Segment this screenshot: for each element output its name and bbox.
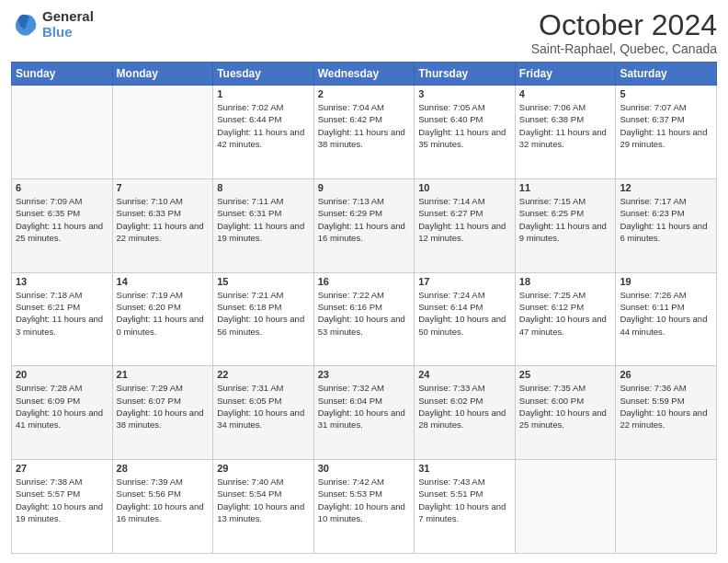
- day-info: Daylight: 10 hours and 44 minutes.: [620, 313, 712, 338]
- day-number: 24: [418, 369, 511, 380]
- day-info: Sunrise: 7:17 AM: [620, 195, 712, 207]
- day-info: Daylight: 11 hours and 16 minutes.: [318, 220, 411, 245]
- day-info: Sunset: 6:07 PM: [117, 395, 210, 407]
- day-info: Sunset: 6:18 PM: [217, 301, 310, 313]
- day-info: Sunrise: 7:43 AM: [418, 476, 511, 488]
- calendar-cell: 29Sunrise: 7:40 AMSunset: 5:54 PMDayligh…: [213, 460, 314, 554]
- day-info: Daylight: 11 hours and 3 minutes.: [16, 313, 108, 338]
- day-info: Sunset: 5:51 PM: [418, 488, 511, 500]
- calendar-cell: 11Sunrise: 7:15 AMSunset: 6:25 PMDayligh…: [515, 178, 616, 272]
- calendar-cell: 10Sunrise: 7:14 AMSunset: 6:27 PMDayligh…: [415, 178, 516, 272]
- day-info: Sunrise: 7:11 AM: [217, 195, 310, 207]
- day-info: Daylight: 10 hours and 34 minutes.: [217, 407, 310, 431]
- day-info: Sunrise: 7:15 AM: [519, 195, 612, 207]
- day-info: Sunrise: 7:02 AM: [217, 101, 310, 113]
- day-info: Daylight: 10 hours and 7 minutes.: [418, 500, 511, 525]
- header: General Blue October 2024 Saint-Raphael,…: [11, 9, 717, 56]
- day-number: 25: [519, 369, 612, 380]
- day-number: 12: [620, 182, 712, 193]
- calendar-cell: 1Sunrise: 7:02 AMSunset: 6:44 PMDaylight…: [213, 86, 314, 179]
- day-info: Daylight: 10 hours and 50 minutes.: [418, 313, 511, 338]
- calendar-cell: 13Sunrise: 7:18 AMSunset: 6:21 PMDayligh…: [12, 272, 113, 366]
- day-info: Sunset: 6:05 PM: [217, 395, 310, 407]
- day-info: Daylight: 10 hours and 47 minutes.: [519, 313, 612, 338]
- day-info: Daylight: 10 hours and 38 minutes.: [117, 407, 210, 431]
- day-info: Daylight: 11 hours and 12 minutes.: [418, 220, 511, 245]
- day-number: 15: [217, 276, 310, 287]
- day-number: 29: [217, 463, 310, 474]
- day-number: 6: [16, 182, 108, 193]
- day-info: Sunrise: 7:14 AM: [418, 195, 511, 207]
- logo: General Blue: [11, 9, 94, 40]
- day-info: Sunrise: 7:24 AM: [418, 289, 511, 301]
- day-info: Sunset: 6:09 PM: [16, 395, 108, 407]
- day-number: 8: [217, 182, 310, 193]
- day-info: Sunrise: 7:19 AM: [117, 289, 210, 301]
- day-info: Sunrise: 7:35 AM: [519, 382, 612, 394]
- day-info: Daylight: 11 hours and 35 minutes.: [418, 126, 511, 151]
- day-info: Daylight: 11 hours and 19 minutes.: [217, 220, 310, 245]
- day-info: Sunset: 6:11 PM: [620, 301, 712, 313]
- calendar-cell: 9Sunrise: 7:13 AMSunset: 6:29 PMDaylight…: [313, 178, 415, 272]
- logo-icon: [11, 11, 39, 39]
- day-info: Daylight: 11 hours and 32 minutes.: [519, 126, 612, 151]
- day-info: Daylight: 10 hours and 53 minutes.: [318, 313, 411, 338]
- day-info: Sunrise: 7:04 AM: [318, 101, 411, 113]
- calendar-cell: 14Sunrise: 7:19 AMSunset: 6:20 PMDayligh…: [112, 272, 213, 366]
- day-info: Sunrise: 7:07 AM: [620, 101, 712, 113]
- day-info: Sunrise: 7:36 AM: [620, 382, 712, 394]
- day-info: Sunrise: 7:38 AM: [16, 476, 108, 488]
- day-info: Daylight: 10 hours and 10 minutes.: [318, 500, 411, 525]
- day-info: Sunset: 6:21 PM: [16, 301, 108, 313]
- logo-blue-text: Blue: [42, 25, 94, 40]
- day-info: Daylight: 10 hours and 41 minutes.: [16, 407, 108, 431]
- day-number: 1: [217, 88, 310, 99]
- day-number: 27: [16, 463, 108, 474]
- day-info: Sunrise: 7:10 AM: [117, 195, 210, 207]
- day-info: Daylight: 11 hours and 6 minutes.: [620, 220, 712, 245]
- day-info: Sunrise: 7:39 AM: [117, 476, 210, 488]
- day-info: Sunset: 6:00 PM: [519, 395, 612, 407]
- calendar-cell: [515, 460, 616, 554]
- calendar-cell: 24Sunrise: 7:33 AMSunset: 6:02 PMDayligh…: [415, 366, 516, 460]
- day-info: Sunrise: 7:33 AM: [418, 382, 511, 394]
- calendar-cell: 4Sunrise: 7:06 AMSunset: 6:38 PMDaylight…: [515, 86, 616, 179]
- day-info: Sunset: 6:29 PM: [318, 207, 411, 219]
- day-info: Daylight: 11 hours and 0 minutes.: [117, 313, 210, 338]
- calendar-cell: 23Sunrise: 7:32 AMSunset: 6:04 PMDayligh…: [313, 366, 415, 460]
- calendar-cell: 21Sunrise: 7:29 AMSunset: 6:07 PMDayligh…: [112, 366, 213, 460]
- title-block: October 2024 Saint-Raphael, Quebec, Cana…: [531, 9, 717, 56]
- day-info: Sunset: 6:20 PM: [117, 301, 210, 313]
- weekday-header: Sunday: [12, 63, 113, 86]
- weekday-header: Thursday: [415, 63, 516, 86]
- day-info: Daylight: 11 hours and 22 minutes.: [117, 220, 210, 245]
- day-info: Sunrise: 7:06 AM: [519, 101, 612, 113]
- day-info: Daylight: 10 hours and 13 minutes.: [217, 500, 310, 525]
- day-info: Sunrise: 7:28 AM: [16, 382, 108, 394]
- day-info: Sunset: 5:59 PM: [620, 395, 712, 407]
- day-info: Daylight: 10 hours and 22 minutes.: [620, 407, 712, 431]
- day-number: 2: [318, 88, 411, 99]
- day-number: 16: [318, 276, 411, 287]
- day-info: Sunset: 6:31 PM: [217, 207, 310, 219]
- calendar-cell: 30Sunrise: 7:42 AMSunset: 5:53 PMDayligh…: [313, 460, 415, 554]
- weekday-header: Wednesday: [313, 63, 415, 86]
- day-info: Sunrise: 7:13 AM: [318, 195, 411, 207]
- calendar-cell: 2Sunrise: 7:04 AMSunset: 6:42 PMDaylight…: [313, 86, 415, 179]
- calendar-cell: 31Sunrise: 7:43 AMSunset: 5:51 PMDayligh…: [415, 460, 516, 554]
- day-info: Sunset: 6:33 PM: [117, 207, 210, 219]
- day-info: Sunset: 6:12 PM: [519, 301, 612, 313]
- day-info: Daylight: 11 hours and 38 minutes.: [318, 126, 411, 151]
- day-number: 4: [519, 88, 612, 99]
- day-number: 14: [117, 276, 210, 287]
- day-info: Sunset: 6:23 PM: [620, 207, 712, 219]
- day-info: Daylight: 10 hours and 56 minutes.: [217, 313, 310, 338]
- calendar-cell: 25Sunrise: 7:35 AMSunset: 6:00 PMDayligh…: [515, 366, 616, 460]
- day-info: Sunset: 6:37 PM: [620, 113, 712, 125]
- day-info: Sunrise: 7:05 AM: [418, 101, 511, 113]
- day-info: Daylight: 11 hours and 29 minutes.: [620, 126, 712, 151]
- day-number: 11: [519, 182, 612, 193]
- calendar-cell: 18Sunrise: 7:25 AMSunset: 6:12 PMDayligh…: [515, 272, 616, 366]
- calendar-cell: 15Sunrise: 7:21 AMSunset: 6:18 PMDayligh…: [213, 272, 314, 366]
- day-info: Sunrise: 7:42 AM: [318, 476, 411, 488]
